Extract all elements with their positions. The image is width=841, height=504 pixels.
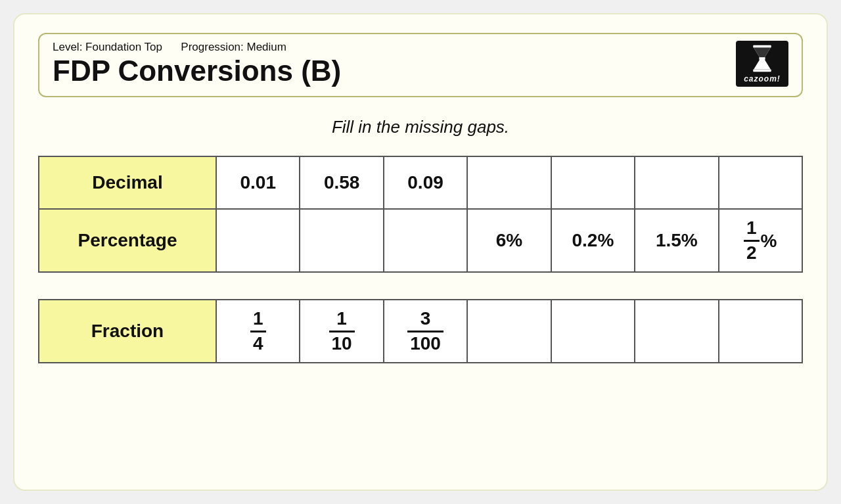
pct-cell-5: 0.2%	[551, 209, 635, 272]
decimal-cell-3: 0.09	[384, 156, 467, 209]
frac-num: 1	[250, 309, 266, 332]
hourglass-icon	[750, 44, 775, 73]
pct-cell-6: 1.5%	[635, 209, 718, 272]
frac-cell-4	[467, 300, 551, 363]
fraction-denominator: 2	[744, 242, 760, 263]
decimal-cell-4	[467, 156, 551, 209]
frac-cell-1: 1 4	[216, 300, 300, 363]
table2: Fraction 1 4 1 10	[38, 299, 803, 363]
fraction-numerator: 1	[744, 218, 760, 242]
decimal-cell-7	[719, 156, 802, 209]
decimal-label: Decimal	[39, 156, 216, 209]
fraction-display: 1 2	[744, 218, 760, 263]
half-percent: 1 2 %	[744, 218, 777, 263]
decimal-cell-1: 0.01	[216, 156, 300, 209]
fraction-3-100: 3 100	[407, 309, 443, 354]
frac-den: 100	[407, 332, 443, 354]
percent-sign: %	[761, 231, 777, 252]
frac-cell-7	[719, 300, 802, 363]
percentage-label: Percentage	[39, 209, 216, 272]
pct-cell-3	[384, 209, 467, 272]
table-row: Fraction 1 4 1 10	[39, 300, 802, 363]
fraction-label: Fraction	[39, 300, 216, 363]
fraction-1-4: 1 4	[250, 309, 266, 354]
page-title: FDP Conversions (B)	[53, 55, 341, 87]
frac-den: 10	[329, 332, 355, 354]
table-row: Percentage 6% 0.2% 1.5% 1 2 %	[39, 209, 802, 272]
svg-rect-1	[753, 70, 771, 72]
decimal-cell-6	[635, 156, 718, 209]
header-level: Level: Foundation Top Progression: Mediu…	[53, 41, 341, 54]
progression-label: Progression: Medium	[181, 41, 286, 53]
svg-rect-4	[759, 57, 765, 60]
frac-cell-6	[635, 300, 718, 363]
table1-wrapper: Decimal 0.01 0.58 0.09 Percentage 6%	[38, 156, 803, 273]
frac-cell-2: 1 10	[300, 300, 383, 363]
cazoom-logo: cazoom!	[736, 41, 788, 87]
frac-den: 4	[250, 332, 266, 354]
header-box: Level: Foundation Top Progression: Mediu…	[38, 33, 803, 97]
header-left: Level: Foundation Top Progression: Mediu…	[53, 41, 341, 87]
table-row: Decimal 0.01 0.58 0.09	[39, 156, 802, 209]
table1: Decimal 0.01 0.58 0.09 Percentage 6%	[38, 156, 803, 273]
decimal-cell-2: 0.58	[300, 156, 383, 209]
subtitle: Fill in the missing gaps.	[38, 117, 803, 137]
frac-cell-3: 3 100	[384, 300, 467, 363]
pct-cell-1	[216, 209, 300, 272]
svg-rect-0	[753, 45, 771, 48]
page: Level: Foundation Top Progression: Mediu…	[13, 13, 828, 491]
frac-num: 3	[407, 309, 443, 332]
pct-cell-7: 1 2 %	[719, 209, 802, 272]
pct-cell-4: 6%	[467, 209, 551, 272]
table2-wrapper: Fraction 1 4 1 10	[38, 299, 803, 363]
pct-cell-2	[300, 209, 383, 272]
svg-marker-3	[754, 48, 771, 59]
frac-cell-5	[551, 300, 635, 363]
decimal-cell-5	[551, 156, 635, 209]
frac-num: 1	[329, 309, 355, 332]
logo-text: cazoom!	[744, 74, 781, 83]
level-label: Level: Foundation Top	[53, 41, 162, 53]
fraction-1-10: 1 10	[329, 309, 355, 354]
